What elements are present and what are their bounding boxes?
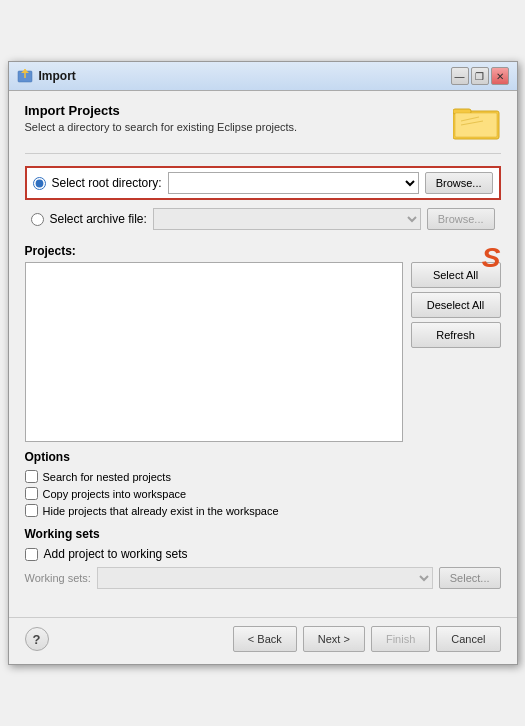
help-button[interactable]: ? — [25, 627, 49, 651]
working-sets-dropdown-row: Working sets: Select... — [25, 567, 501, 589]
nested-projects-label: Search for nested projects — [43, 471, 171, 483]
projects-section: Projects: Select All Deselect All Refres… — [25, 244, 501, 442]
projects-buttons: Select All Deselect All Refresh — [411, 262, 501, 348]
source-section: Select root directory: Browse... Select … — [25, 166, 501, 234]
header-text: Import Projects Select a directory to se… — [25, 103, 298, 133]
back-button[interactable]: < Back — [233, 626, 297, 652]
hide-projects-checkbox[interactable] — [25, 504, 38, 517]
maximize-button[interactable]: ❐ — [471, 67, 489, 85]
working-sets-select-button[interactable]: Select... — [439, 567, 501, 589]
root-directory-radio[interactable] — [33, 177, 46, 190]
working-sets-title: Working sets — [25, 527, 501, 541]
hide-projects-label: Hide projects that already exist in the … — [43, 505, 279, 517]
minimize-button[interactable]: — — [451, 67, 469, 85]
add-to-working-sets-label: Add project to working sets — [44, 547, 188, 561]
root-directory-label: Select root directory: — [52, 176, 162, 190]
title-bar: Import — ❐ ✕ — [9, 62, 517, 91]
dialog-content: Import Projects Select a directory to se… — [9, 91, 517, 613]
working-sets-dropdown[interactable] — [97, 567, 433, 589]
dialog-subtitle: Select a directory to search for existin… — [25, 121, 298, 133]
footer-left: ? — [25, 627, 49, 651]
projects-list[interactable] — [25, 262, 403, 442]
root-directory-dropdown[interactable] — [168, 172, 419, 194]
refresh-button[interactable]: Refresh — [411, 322, 501, 348]
hide-projects-row: Hide projects that already exist in the … — [25, 504, 501, 517]
archive-file-dropdown[interactable] — [153, 208, 421, 230]
root-directory-row: Select root directory: Browse... — [25, 166, 501, 200]
dialog-title: Import Projects — [25, 103, 298, 118]
title-bar-left: Import — [17, 68, 76, 84]
cancel-button[interactable]: Cancel — [436, 626, 500, 652]
copy-projects-label: Copy projects into workspace — [43, 488, 187, 500]
title-controls: — ❐ ✕ — [451, 67, 509, 85]
archive-browse-button[interactable]: Browse... — [427, 208, 495, 230]
root-browse-button[interactable]: Browse... — [425, 172, 493, 194]
projects-area: Select All Deselect All Refresh — [25, 262, 501, 442]
archive-file-label: Select archive file: — [50, 212, 147, 226]
copy-projects-row: Copy projects into workspace — [25, 487, 501, 500]
import-dialog: Import — ❐ ✕ Import Projects Select a di… — [8, 61, 518, 665]
folder-icon — [453, 103, 501, 143]
import-title-icon — [17, 68, 33, 84]
working-sets-label: Working sets: — [25, 572, 91, 584]
footer-right: < Back Next > Finish Cancel — [233, 626, 501, 652]
title-text: Import — [39, 69, 76, 83]
dialog-footer: ? < Back Next > Finish Cancel — [9, 617, 517, 664]
working-sets-add-row: Add project to working sets — [25, 547, 501, 561]
close-button[interactable]: ✕ — [491, 67, 509, 85]
add-to-working-sets-checkbox[interactable] — [25, 548, 38, 561]
projects-label: Projects: — [25, 244, 501, 258]
archive-file-radio[interactable] — [31, 213, 44, 226]
archive-file-row: Select archive file: Browse... — [25, 204, 501, 234]
watermark-text: S — [482, 242, 501, 274]
copy-projects-checkbox[interactable] — [25, 487, 38, 500]
next-button[interactable]: Next > — [303, 626, 365, 652]
options-section: Options Search for nested projects Copy … — [25, 450, 501, 517]
options-title: Options — [25, 450, 501, 464]
working-sets-section: Working sets Add project to working sets… — [25, 527, 501, 589]
deselect-all-button[interactable]: Deselect All — [411, 292, 501, 318]
nested-projects-row: Search for nested projects — [25, 470, 501, 483]
nested-projects-checkbox[interactable] — [25, 470, 38, 483]
dialog-header: Import Projects Select a directory to se… — [25, 103, 501, 154]
finish-button[interactable]: Finish — [371, 626, 430, 652]
